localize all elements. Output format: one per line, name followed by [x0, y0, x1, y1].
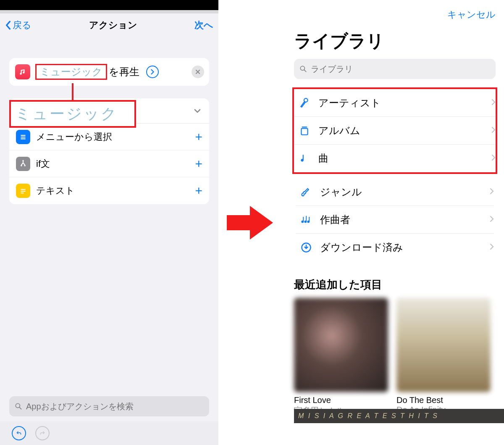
chevron-right-icon	[491, 99, 496, 107]
delete-action-button[interactable]	[192, 66, 204, 78]
guitar-icon	[300, 186, 312, 198]
suggestion-label: メニューから選択	[36, 131, 189, 143]
sheet-grabber	[0, 10, 218, 13]
back-label: 戻る	[13, 19, 32, 32]
mic-icon	[298, 97, 311, 108]
album-icon	[298, 125, 311, 136]
x-icon	[195, 69, 200, 74]
album-artwork	[294, 298, 388, 392]
recent-albums: First Love 宇多田ヒカル Do The Best Do As Infi…	[294, 298, 496, 416]
expand-action-button[interactable]	[146, 66, 159, 78]
category-label: 曲	[318, 152, 484, 165]
svg-point-5	[24, 165, 26, 166]
svg-point-10	[300, 66, 304, 70]
note-icon	[298, 153, 311, 164]
category-label: アルバム	[318, 124, 484, 137]
branch-icon	[16, 157, 30, 171]
category-list: ジャンル 作曲者 ダウンロード済み	[294, 176, 496, 263]
svg-rect-7	[21, 191, 26, 192]
suggestion-text[interactable]: テキスト +	[9, 177, 209, 204]
svg-rect-0	[21, 135, 26, 136]
suggestion-if[interactable]: if文 +	[9, 150, 209, 177]
back-button[interactable]: 戻る	[5, 19, 32, 32]
nav-bar: 戻る アクション 次へ	[0, 13, 218, 37]
category-album[interactable]: アルバム	[294, 117, 496, 145]
nav-title: アクション	[89, 19, 137, 32]
search-icon	[299, 65, 307, 73]
svg-point-4	[21, 165, 22, 166]
undo-button[interactable]	[12, 426, 26, 440]
action-search-bar[interactable]	[9, 396, 209, 416]
album-title: First Love	[294, 395, 388, 405]
suggestion-label: テキスト	[36, 184, 189, 197]
editor-toolbar	[0, 421, 218, 445]
album-item[interactable]: First Love 宇多田ヒカル	[294, 298, 388, 416]
category-list-highlighted: アーティスト アルバム 曲	[292, 87, 497, 174]
add-icon[interactable]: +	[195, 130, 202, 144]
annotation-music-label: ミュージック	[9, 100, 136, 128]
action-suffix: を再生	[109, 65, 139, 79]
misia-banner: M I S I A G R E A T E S T H I T S	[294, 409, 504, 423]
album-title: Do The Best	[396, 395, 491, 405]
add-icon[interactable]: +	[195, 184, 202, 198]
library-search-bar[interactable]	[294, 59, 496, 79]
music-library-panel: キャンセル ライブラリ アーティスト アルバム 曲 ジャンル 作	[286, 0, 504, 445]
shortcuts-editor-panel: 戻る アクション 次へ ミュージック を再生 ミュージック メニューから選択 +	[0, 0, 218, 445]
redo-button	[35, 426, 50, 440]
text-icon	[16, 184, 30, 198]
svg-rect-6	[21, 189, 26, 190]
category-label: アーティスト	[318, 96, 484, 110]
library-title: ライブラリ	[294, 29, 496, 53]
action-text: ミュージック を再生	[35, 64, 139, 80]
play-music-action-card[interactable]: ミュージック を再生	[9, 58, 209, 86]
annotation-connector	[72, 83, 74, 102]
menu-icon	[16, 130, 30, 144]
category-song[interactable]: 曲	[294, 145, 496, 172]
chevron-left-icon	[5, 21, 11, 30]
add-icon[interactable]: +	[195, 157, 202, 171]
next-button[interactable]: 次へ	[194, 19, 213, 32]
chevron-right-icon	[490, 243, 494, 252]
library-search-input[interactable]	[311, 64, 491, 74]
cancel-button[interactable]: キャンセル	[294, 8, 496, 21]
device-notch	[0, 0, 218, 10]
chevron-down-icon	[193, 107, 202, 115]
album-item[interactable]: Do The Best Do As Infinity	[396, 298, 491, 416]
chevron-right-icon	[490, 216, 494, 224]
music-token[interactable]: ミュージック	[35, 64, 107, 80]
svg-rect-1	[21, 137, 26, 137]
category-label: 作曲者	[320, 213, 482, 226]
svg-rect-12	[301, 128, 307, 134]
chevron-right-icon	[491, 126, 496, 135]
download-icon	[300, 242, 312, 253]
category-downloaded[interactable]: ダウンロード済み	[296, 234, 494, 261]
recent-section-title: 最近追加した項目	[294, 277, 496, 292]
notes-icon	[300, 214, 312, 226]
album-artwork	[396, 298, 491, 392]
chevron-right-icon	[150, 69, 155, 75]
svg-point-3	[22, 160, 24, 161]
category-genre[interactable]: ジャンル	[296, 178, 494, 206]
category-label: ジャンル	[320, 185, 482, 199]
search-icon	[14, 402, 23, 411]
svg-rect-2	[21, 138, 26, 139]
undo-icon	[16, 430, 22, 437]
category-label: ダウンロード済み	[320, 241, 482, 254]
redo-icon	[39, 430, 46, 437]
action-search-input[interactable]	[26, 402, 204, 411]
chevron-right-icon	[491, 154, 496, 163]
chevron-right-icon	[490, 188, 494, 196]
category-artist[interactable]: アーティスト	[294, 89, 496, 117]
suggestion-label: if文	[36, 158, 189, 170]
svg-point-9	[16, 403, 20, 408]
music-app-icon	[15, 64, 30, 79]
flow-arrow	[218, 0, 286, 445]
svg-rect-8	[21, 192, 24, 193]
category-composer[interactable]: 作曲者	[296, 206, 494, 234]
